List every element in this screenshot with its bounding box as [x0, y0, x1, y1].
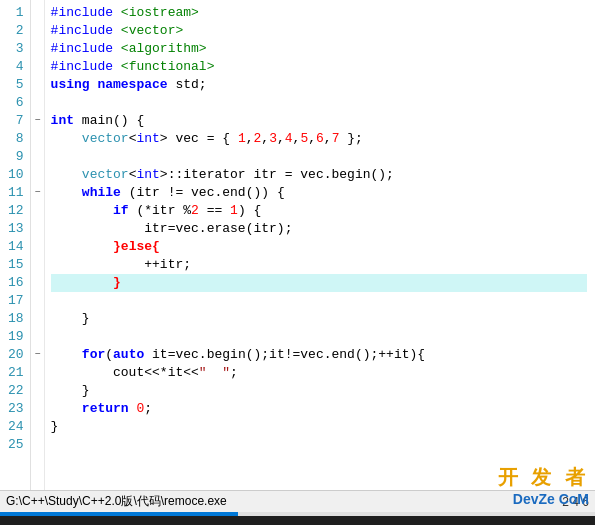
collapse-marker	[31, 40, 45, 58]
code-line: }	[51, 418, 587, 436]
collapse-marker	[31, 382, 45, 400]
code-line: #include <iostream>	[51, 4, 587, 22]
line-number: 9	[8, 148, 24, 166]
code-line	[51, 148, 587, 166]
line-number: 23	[8, 400, 24, 418]
code-line: itr=vec.erase(itr);	[51, 220, 587, 238]
collapse-marker	[31, 400, 45, 418]
line-number: 6	[8, 94, 24, 112]
line-number: 14	[8, 238, 24, 256]
watermark: 开 发 者 DevZe CoM	[498, 464, 589, 507]
line-number: 19	[8, 328, 24, 346]
code-line: vector<int> vec = { 1,2,3,4,5,6,7 };	[51, 130, 587, 148]
collapse-marker	[31, 22, 45, 40]
line-number: 18	[8, 310, 24, 328]
code-area: 1234567891011121314151617181920212223242…	[0, 0, 595, 490]
code-lines[interactable]: #include <iostream>#include <vector>#inc…	[45, 0, 595, 490]
code-line: #include <vector>	[51, 22, 587, 40]
line-number: 24	[8, 418, 24, 436]
code-line	[51, 436, 587, 454]
collapse-marker[interactable]: −	[31, 346, 45, 364]
collapse-marker	[31, 4, 45, 22]
collapse-marker	[31, 310, 45, 328]
line-number: 2	[8, 22, 24, 40]
code-line: vector<int>::iterator itr = vec.begin();	[51, 166, 587, 184]
collapse-marker	[31, 364, 45, 382]
collapse-marker	[31, 148, 45, 166]
code-line: using namespace std;	[51, 76, 587, 94]
line-number: 16	[8, 274, 24, 292]
line-number: 1	[8, 4, 24, 22]
status-path: G:\C++\Study\C++2.0版\代码\remoce.exe	[6, 493, 562, 510]
line-number: 4	[8, 58, 24, 76]
collapse-marker	[31, 202, 45, 220]
collapse-marker[interactable]: −	[31, 184, 45, 202]
collapse-marker	[31, 436, 45, 454]
line-number: 11	[8, 184, 24, 202]
line-number: 5	[8, 76, 24, 94]
app-window: 1234567891011121314151617181920212223242…	[0, 0, 595, 525]
line-number: 7	[8, 112, 24, 130]
line-number: 10	[8, 166, 24, 184]
collapse-marker	[31, 238, 45, 256]
progress-fill	[0, 512, 238, 516]
code-line: for(auto it=vec.begin();it!=vec.end();++…	[51, 346, 587, 364]
watermark-line2: DevZe CoM	[498, 491, 589, 507]
code-line: return 0;	[51, 400, 587, 418]
code-line: int main() {	[51, 112, 587, 130]
code-editor: 1234567891011121314151617181920212223242…	[0, 0, 595, 490]
collapse-marker	[31, 418, 45, 436]
line-numbers: 1234567891011121314151617181920212223242…	[0, 0, 31, 490]
code-line: #include <functional>	[51, 58, 587, 76]
code-line: }else{	[51, 238, 587, 256]
line-number: 21	[8, 364, 24, 382]
code-line	[51, 292, 587, 310]
progress-bar-area	[0, 512, 595, 516]
code-line: }	[51, 274, 587, 292]
code-line: if (*itr %2 == 1) {	[51, 202, 587, 220]
line-number: 20	[8, 346, 24, 364]
collapse-marker	[31, 256, 45, 274]
code-line: #include <algorithm>	[51, 40, 587, 58]
line-number: 3	[8, 40, 24, 58]
collapse-marker	[31, 130, 45, 148]
collapse-marker	[31, 94, 45, 112]
collapse-marker	[31, 292, 45, 310]
collapse-gutter: −−−	[31, 0, 45, 490]
collapse-marker	[31, 274, 45, 292]
line-number: 15	[8, 256, 24, 274]
collapse-marker	[31, 58, 45, 76]
watermark-line1: 开 发 者	[498, 464, 589, 491]
code-line: cout<<*it<<" ";	[51, 364, 587, 382]
line-number: 12	[8, 202, 24, 220]
line-number: 22	[8, 382, 24, 400]
line-number: 25	[8, 436, 24, 454]
collapse-marker	[31, 220, 45, 238]
code-line	[51, 94, 587, 112]
code-line: }	[51, 310, 587, 328]
code-line: }	[51, 382, 587, 400]
line-number: 8	[8, 130, 24, 148]
code-line: while (itr != vec.end()) {	[51, 184, 587, 202]
line-number: 13	[8, 220, 24, 238]
code-line	[51, 328, 587, 346]
collapse-marker[interactable]: −	[31, 112, 45, 130]
collapse-marker	[31, 328, 45, 346]
code-line: ++itr;	[51, 256, 587, 274]
line-number: 17	[8, 292, 24, 310]
collapse-marker	[31, 76, 45, 94]
collapse-marker	[31, 166, 45, 184]
